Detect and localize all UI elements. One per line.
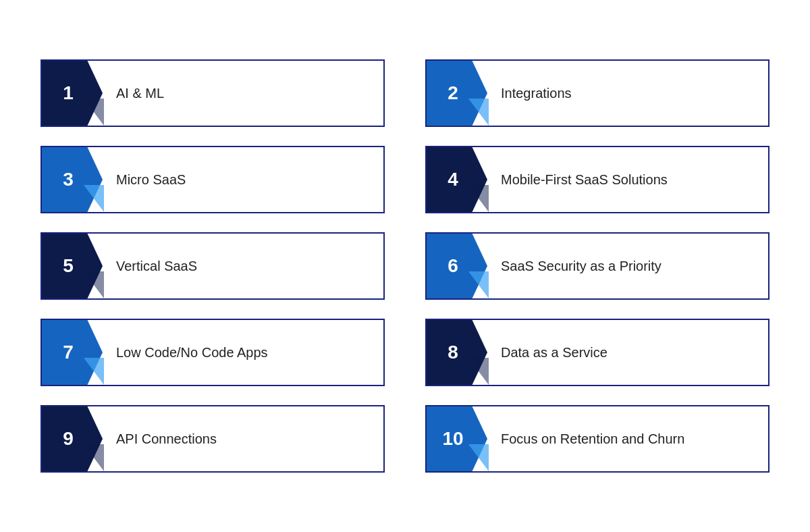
badge-number-2: 2 [448,82,458,104]
card-item-8: 8Data as a Service [425,319,770,386]
card-label-9: API Connections [103,431,383,447]
card-label-8: Data as a Service [487,345,768,361]
card-label-2: Integrations [487,86,768,101]
card-item-9: 9API Connections [40,405,385,473]
badge-wrap-9: 9 [42,406,103,471]
badge-number-5: 5 [63,255,74,277]
badge-wrap-5: 5 [42,234,103,298]
badge-wrap-10: 10 [427,406,487,471]
badge-number-6: 6 [448,255,458,277]
card-label-4: Mobile-First SaaS Solutions [487,172,768,188]
badge-number-4: 4 [448,169,458,190]
card-item-3: 3Micro SaaS [40,146,385,213]
card-item-6: 6SaaS Security as a Priority [425,232,770,300]
badge-wrap-8: 8 [427,320,487,385]
card-label-1: AI & ML [103,86,383,101]
card-item-1: 1AI & ML [40,59,385,127]
card-item-10: 10Focus on Retention and Churn [425,405,770,473]
card-item-5: 5Vertical SaaS [40,232,385,300]
badge-wrap-4: 4 [427,147,487,212]
badge-number-3: 3 [63,169,74,190]
badge-wrap-2: 2 [427,61,487,126]
card-item-7: 7Low Code/No Code Apps [40,319,385,386]
main-grid: 1AI & ML2Integrations3Micro SaaS4Mobile-… [0,32,810,500]
badge-number-1: 1 [63,82,74,104]
card-item-2: 2Integrations [425,59,770,127]
badge-number-8: 8 [448,342,458,363]
badge-wrap-1: 1 [42,61,103,126]
badge-wrap-7: 7 [42,320,103,385]
badge-number-9: 9 [63,428,74,450]
card-item-4: 4Mobile-First SaaS Solutions [425,146,770,213]
card-label-5: Vertical SaaS [103,259,383,274]
card-label-7: Low Code/No Code Apps [103,345,383,361]
badge-wrap-6: 6 [427,234,487,298]
card-label-10: Focus on Retention and Churn [487,431,768,447]
badge-number-7: 7 [63,342,74,363]
badge-number-10: 10 [442,428,463,450]
card-label-6: SaaS Security as a Priority [487,259,768,274]
badge-wrap-3: 3 [42,147,103,212]
card-label-3: Micro SaaS [103,172,383,188]
